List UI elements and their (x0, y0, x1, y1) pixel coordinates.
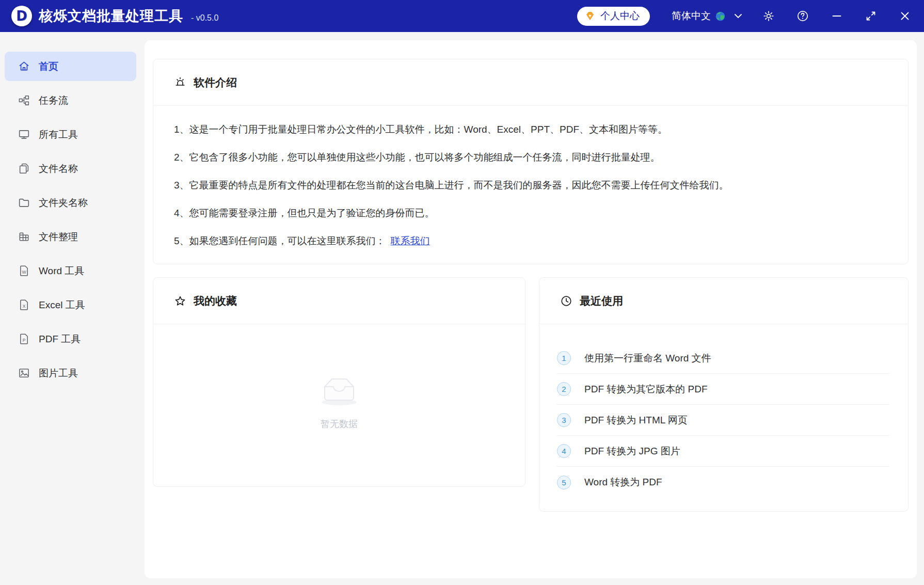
sidebar-item-label: 文件夹名称 (39, 196, 88, 210)
recent-item-label: PDF 转换为其它版本的 PDF (584, 383, 708, 396)
recent-item-label: PDF 转换为 JPG 图片 (584, 445, 680, 458)
help-button[interactable] (795, 8, 810, 24)
language-label: 简体中文 (672, 9, 711, 23)
file-name-icon (18, 163, 30, 175)
titlebar-left: D 核烁文档批量处理工具 - v0.5.0 (11, 6, 218, 26)
recent-card-title: 最近使用 (580, 294, 623, 308)
favorites-empty-text: 暂无数据 (321, 418, 358, 430)
sidebar-item-label: 所有工具 (39, 128, 78, 141)
sidebar-item-file-name[interactable]: 文件名称 (5, 154, 136, 183)
sidebar-item-excel-tools[interactable]: X Excel 工具 (5, 290, 136, 320)
folder-icon (18, 197, 30, 209)
pdf-doc-icon: P (18, 333, 30, 345)
sidebar-item-label: 图片工具 (39, 367, 78, 380)
svg-text:X: X (23, 304, 26, 309)
sidebar-item-file-organize[interactable]: 文件整理 (5, 222, 136, 251)
maximize-icon (865, 10, 877, 22)
siren-icon (174, 76, 186, 89)
favorites-empty-state: 暂无数据 (153, 324, 525, 486)
recent-item-number: 1 (557, 351, 571, 365)
titlebar-right: 个人中心 简体中文 (577, 7, 913, 26)
sidebar-item-all-tools[interactable]: 所有工具 (5, 120, 136, 149)
workflow-icon (18, 94, 30, 106)
recent-card-header: 最近使用 (539, 278, 908, 324)
home-icon (18, 60, 30, 72)
intro-line-text: 5、如果您遇到任何问题，可以在这里联系我们： (174, 235, 386, 246)
sidebar-item-label: Word 工具 (39, 264, 84, 278)
recent-item[interactable]: 4 PDF 转换为 JPG 图片 (557, 436, 889, 467)
main-content: 软件介绍 1、这是一个专门用于批量处理日常办公文件的小工具软件，比如：Word、… (145, 40, 917, 578)
sidebar-item-label: 任务流 (39, 94, 68, 107)
settings-button[interactable] (761, 8, 776, 24)
sidebar-item-word-tools[interactable]: W Word 工具 (5, 256, 136, 286)
favorites-card-header: 我的收藏 (153, 278, 525, 324)
star-icon (174, 295, 186, 307)
sidebar-item-label: PDF 工具 (39, 333, 81, 346)
sidebar-item-label: 文件整理 (39, 230, 78, 244)
excel-doc-icon: X (18, 299, 30, 311)
favorites-card-title: 我的收藏 (194, 294, 237, 308)
intro-card-header: 软件介绍 (153, 59, 908, 106)
intro-line: 4、您可能需要登录注册，但也只是为了验证您的身份而已。 (174, 207, 887, 219)
globe-icon (715, 11, 726, 22)
recent-item-label: PDF 转换为 HTML 网页 (584, 414, 688, 427)
intro-card-body: 1、这是一个专门用于批量处理日常办公文件的小工具软件，比如：Word、Excel… (153, 106, 908, 264)
word-doc-icon: W (18, 265, 30, 277)
gear-icon (762, 10, 775, 22)
recent-item-number: 4 (557, 444, 571, 458)
recent-item-number: 3 (557, 413, 571, 427)
recent-item[interactable]: 1 使用第一行重命名 Word 文件 (557, 343, 889, 374)
sidebar-item-folder-name[interactable]: 文件夹名称 (5, 188, 136, 217)
maximize-button[interactable] (863, 8, 879, 24)
contact-us-link[interactable]: 联系我们 (391, 235, 430, 246)
sidebar-item-label: 文件名称 (39, 162, 78, 176)
help-icon (796, 10, 809, 22)
recent-item-label: 使用第一行重命名 Word 文件 (584, 352, 711, 365)
sidebar-item-workflow[interactable]: 任务流 (5, 86, 136, 115)
svg-text:W: W (22, 270, 26, 275)
minimize-icon (831, 10, 843, 22)
sidebar: 首页 任务流 所有工具 (0, 32, 145, 585)
minimize-button[interactable] (829, 8, 845, 24)
vip-gem-icon (584, 10, 596, 22)
close-button[interactable] (897, 8, 913, 24)
intro-card: 软件介绍 1、这是一个专门用于批量处理日常办公文件的小工具软件，比如：Word、… (153, 59, 909, 264)
app-title: 核烁文档批量处理工具 (39, 7, 183, 25)
recent-item[interactable]: 5 Word 转换为 PDF (557, 467, 889, 498)
intro-line: 1、这是一个专门用于批量处理日常办公文件的小工具软件，比如：Word、Excel… (174, 123, 887, 136)
sidebar-item-image-tools[interactable]: 图片工具 (5, 358, 136, 388)
app-version: - v0.5.0 (191, 13, 218, 23)
svg-text:P: P (23, 338, 26, 343)
intro-line: 3、它最重要的特点是所有文件的处理都在您当前的这台电脑上进行，而不是我们的服务器… (174, 179, 887, 192)
intro-card-title: 软件介绍 (194, 75, 237, 90)
monitor-icon (18, 129, 30, 140)
recent-item-number: 5 (557, 476, 571, 489)
image-icon (18, 367, 30, 379)
sidebar-item-label: Excel 工具 (39, 298, 85, 312)
organize-icon (18, 231, 30, 243)
intro-line: 5、如果您遇到任何问题，可以在这里联系我们：联系我们 (174, 235, 887, 247)
chevron-down-icon (734, 13, 742, 19)
profile-center-button[interactable]: 个人中心 (577, 7, 650, 26)
titlebar: D 核烁文档批量处理工具 - v0.5.0 个人中心 简体中文 (0, 0, 924, 32)
recent-item[interactable]: 3 PDF 转换为 HTML 网页 (557, 405, 889, 436)
close-icon (899, 10, 911, 22)
app-logo: D (11, 6, 32, 26)
language-selector[interactable]: 简体中文 (672, 9, 742, 23)
app-logo-letter: D (16, 8, 27, 24)
recent-item[interactable]: 2 PDF 转换为其它版本的 PDF (557, 374, 889, 405)
sidebar-item-label: 首页 (39, 60, 58, 73)
intro-line: 2、它包含了很多小功能，您可以单独使用这些小功能，也可以将多个功能组成一个任务流… (174, 151, 887, 164)
cards-row: 我的收藏 暂无数据 (153, 277, 909, 512)
recent-item-number: 2 (557, 382, 571, 396)
recent-item-label: Word 转换为 PDF (584, 476, 662, 489)
recent-list: 1 使用第一行重命名 Word 文件 2 PDF 转换为其它版本的 PDF 3 … (539, 324, 908, 498)
sidebar-item-home[interactable]: 首页 (5, 52, 136, 81)
empty-inbox-icon (316, 375, 362, 409)
clock-icon (560, 295, 572, 307)
recent-card: 最近使用 1 使用第一行重命名 Word 文件 2 PDF 转换为其它版本的 P… (539, 277, 909, 512)
sidebar-item-pdf-tools[interactable]: P PDF 工具 (5, 324, 136, 354)
favorites-card: 我的收藏 暂无数据 (153, 277, 525, 487)
profile-center-label: 个人中心 (600, 9, 640, 23)
